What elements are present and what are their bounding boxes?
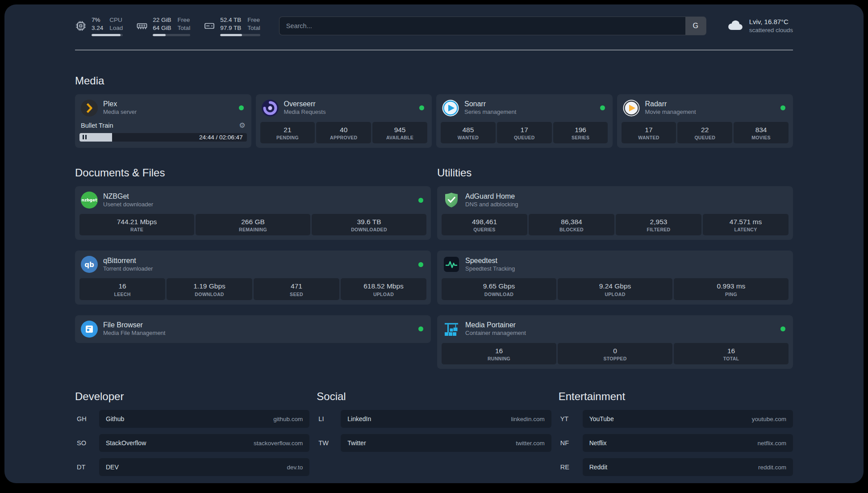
social-column: Social LI LinkedIn linkedin.com TW Twitt…	[317, 390, 551, 482]
stat-value: 618.52 Mbps	[342, 282, 425, 290]
service-description: Media Requests	[284, 109, 326, 116]
stat-block: 16 RUNNING	[442, 343, 556, 364]
service-card-speedtest[interactable]: Speedtest Speedtest Tracking 9.65 Gbps D…	[437, 251, 793, 304]
service-name: Plex	[103, 100, 137, 109]
stat-value: 196	[555, 125, 607, 134]
stat-value: 17	[498, 125, 551, 134]
stat-value: 86,384	[530, 217, 613, 226]
memory-total-value: 64 GiB	[153, 24, 171, 32]
disk-total-label: Total	[247, 24, 260, 32]
stat-label: REMAINING	[197, 227, 309, 232]
bookmark-stackoverflow[interactable]: SO StackOverflow stackoverflow.com	[75, 434, 309, 452]
stat-block: 9.65 Gbps DOWNLOAD	[442, 278, 556, 300]
stat-label: STOPPED	[559, 356, 671, 361]
stat-block: 39.6 TB DOWNLOADED	[312, 214, 426, 235]
bookmark-youtube[interactable]: YT YouTube youtube.com	[559, 410, 793, 428]
stat-value: 9.24 Gbps	[559, 282, 671, 290]
bookmark-name: StackOverflow	[106, 439, 146, 447]
stat-value: 2,953	[617, 217, 700, 226]
bookmark-domain: dev.to	[287, 464, 303, 471]
stat-label: TOTAL	[675, 356, 787, 361]
stat-label: WANTED	[623, 135, 675, 140]
bookmark-linkedin[interactable]: LI LinkedIn linkedin.com	[317, 410, 551, 428]
service-name: Media Portainer	[465, 321, 526, 330]
section-title-utilities: Utilities	[437, 167, 793, 179]
stat-value: 471	[255, 282, 338, 290]
stat-label: AVAILABLE	[374, 135, 426, 140]
bookmark-abbr: DT	[75, 464, 99, 471]
service-name: Sonarr	[464, 100, 516, 109]
stat-label: DOWNLOAD	[168, 292, 251, 297]
service-name: NZBGet	[103, 192, 153, 201]
overseerr-icon	[261, 99, 279, 117]
service-description: Usenet downloader	[103, 201, 153, 209]
playback-progress-bar[interactable]: 24:44 / 02:06:47	[79, 133, 247, 142]
stat-block: 266 GB REMAINING	[196, 214, 310, 235]
qbittorrent-icon: qb	[80, 255, 98, 273]
service-name: qBittorrent	[103, 256, 153, 265]
dashboard-page: 7% 3.24 CPU Load	[4, 4, 864, 483]
bookmarks-row: Developer GH Github github.com SO StackO…	[75, 390, 793, 482]
bookmark-netflix[interactable]: NF Netflix netflix.com	[559, 434, 793, 452]
stat-value: 16	[675, 347, 787, 355]
search-provider-button[interactable]: G	[685, 17, 706, 35]
bookmark-twitter[interactable]: TW Twitter twitter.com	[317, 434, 551, 452]
stat-value: 16	[443, 347, 555, 355]
service-description: Container management	[465, 330, 526, 337]
bookmark-abbr: GH	[75, 415, 99, 422]
stat-label: QUEUED	[498, 135, 551, 140]
memory-total-label: Total	[178, 24, 191, 32]
service-name: File Browser	[103, 321, 165, 330]
stat-block: 9.24 Gbps UPLOAD	[558, 278, 672, 300]
service-card-nzbget[interactable]: nzbget NZBGet Usenet downloader 744.21 M…	[75, 186, 431, 240]
gear-icon[interactable]: ⚙	[239, 122, 245, 129]
bookmark-github[interactable]: GH Github github.com	[75, 410, 309, 428]
memory-icon	[136, 20, 148, 32]
utilities-column: Utilities AdGuard Home DNS and adblock	[437, 167, 793, 369]
stat-label: QUEUED	[679, 135, 731, 140]
stat-value: 485	[442, 125, 494, 134]
stat-value: 17	[623, 125, 675, 134]
bookmark-dev[interactable]: DT DEV dev.to	[75, 458, 309, 476]
speedtest-icon	[442, 255, 460, 273]
cpu-widget: 7% 3.24 CPU Load	[75, 16, 123, 36]
playback-time: 24:44 / 02:06:47	[199, 133, 243, 142]
search-bar: G	[279, 17, 706, 35]
service-card-filebrowser[interactable]: File Browser Media File Management	[75, 315, 431, 343]
weather-widget[interactable]: Lviv, 16.87°C scattered clouds	[725, 17, 793, 34]
entertainment-column: Entertainment YT YouTube youtube.com NF …	[559, 390, 793, 482]
stat-value: 39.6 TB	[313, 217, 425, 226]
top-bar: 7% 3.24 CPU Load	[75, 16, 793, 36]
section-title-documents: Documents & Files	[75, 167, 431, 179]
stat-block: 744.21 Mbps RATE	[79, 214, 194, 235]
stat-block: 2,953 FILTERED	[616, 214, 701, 235]
disk-icon	[204, 20, 215, 32]
service-card-adguard[interactable]: AdGuard Home DNS and adblocking 498,461 …	[437, 186, 793, 240]
service-description: DNS and adblocking	[465, 201, 518, 209]
stat-value: 744.21 Mbps	[81, 217, 193, 226]
bookmark-name: YouTube	[589, 415, 614, 422]
service-card-sonarr[interactable]: Sonarr Series management 485 WANTED 17 Q…	[436, 94, 613, 148]
status-online-dot	[418, 198, 423, 203]
bookmark-name: DEV	[106, 464, 119, 471]
bookmark-abbr: YT	[559, 415, 583, 422]
bookmark-domain: github.com	[273, 416, 303, 422]
stat-label: QUERIES	[443, 227, 526, 232]
portainer-icon	[442, 320, 460, 338]
search-input[interactable]	[280, 22, 685, 29]
pause-icon[interactable]	[83, 135, 87, 139]
service-card-portainer[interactable]: Media Portainer Container management 16 …	[437, 315, 793, 369]
stat-label: PING	[675, 292, 787, 297]
service-name: AdGuard Home	[465, 192, 518, 201]
bookmark-reddit[interactable]: RE Reddit reddit.com	[559, 458, 793, 476]
status-online-dot	[418, 262, 423, 267]
stat-label: LEECH	[81, 292, 164, 297]
bookmark-abbr: LI	[317, 415, 341, 422]
disk-widget: 52.4 TB 97.9 TB Free Total	[204, 16, 260, 36]
service-card-radarr[interactable]: Radarr Movie management 17 WANTED 22 QUE…	[617, 94, 793, 148]
cpu-usage-label: CPU	[109, 16, 123, 24]
service-card-plex[interactable]: Plex Media server Bullet Train ⚙ 24:44 /…	[75, 94, 251, 148]
stat-block: 16 TOTAL	[674, 343, 789, 364]
service-card-overseerr[interactable]: Overseerr Media Requests 21 PENDING 40 A…	[256, 94, 432, 148]
service-card-qbittorrent[interactable]: qb qBittorrent Torrent downloader 16 LEE…	[75, 251, 431, 304]
